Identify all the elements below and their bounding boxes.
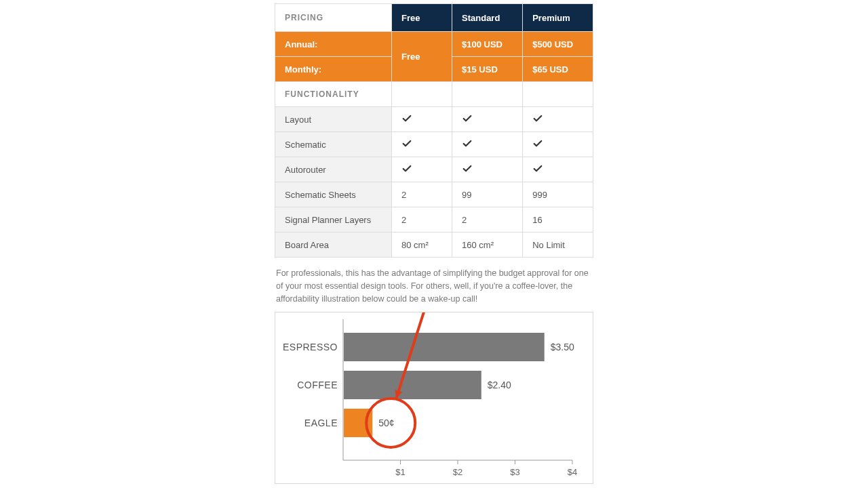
- svg-rect-13: [344, 371, 481, 399]
- check-icon: [401, 138, 412, 149]
- annual-standard: $100 USD: [452, 32, 523, 57]
- svg-text:COFFEE: COFFEE: [297, 380, 338, 390]
- annual-premium: $500 USD: [523, 32, 593, 57]
- feature-label: Schematic: [275, 132, 392, 157]
- svg-text:EAGLE: EAGLE: [304, 418, 338, 428]
- feature-label: Signal Planner Layers: [275, 207, 392, 232]
- pricing-header-label: PRICING: [275, 4, 392, 32]
- feature-standard: [452, 107, 523, 132]
- svg-text:ESPRESSO: ESPRESSO: [283, 342, 338, 352]
- svg-text:$3: $3: [510, 467, 519, 477]
- monthly-premium: $65 USD: [523, 57, 593, 82]
- feature-premium: 16: [523, 207, 593, 232]
- feature-free: 80 cm²: [392, 232, 452, 258]
- check-icon: [401, 163, 412, 174]
- check-icon: [532, 138, 543, 149]
- feature-premium: [523, 132, 593, 157]
- feature-standard: [452, 132, 523, 157]
- svg-text:$1: $1: [395, 467, 405, 477]
- check-icon: [532, 163, 543, 174]
- monthly-standard: $15 USD: [452, 57, 523, 82]
- feature-free: [392, 132, 452, 157]
- feature-free: [392, 157, 452, 182]
- feature-premium: [523, 157, 593, 182]
- svg-text:$2.40: $2.40: [488, 380, 511, 390]
- plan-free-header: Free: [392, 4, 452, 32]
- svg-text:$4: $4: [568, 467, 577, 477]
- feature-free: 2: [392, 182, 452, 207]
- annual-free: Free: [392, 32, 452, 82]
- feature-label: Autorouter: [275, 157, 392, 182]
- check-icon: [462, 163, 473, 174]
- feature-label: Board Area: [275, 232, 392, 258]
- monthly-label: Monthly:: [275, 57, 392, 82]
- feature-free: 2: [392, 207, 452, 232]
- feature-free: [392, 107, 452, 132]
- check-icon: [462, 113, 473, 124]
- feature-premium: 999: [523, 182, 593, 207]
- feature-premium: No Limit: [523, 232, 593, 258]
- plan-standard-header: Standard: [452, 4, 523, 32]
- check-icon: [401, 113, 412, 124]
- check-icon: [462, 138, 473, 149]
- functionality-section-label: FUNCTIONALITY: [275, 82, 392, 107]
- check-icon: [532, 113, 543, 124]
- plan-premium-header: Premium: [523, 4, 593, 32]
- feature-standard: 2: [452, 207, 523, 232]
- feature-standard: [452, 157, 523, 182]
- affordability-chart: $1$2$3$4ESPRESSO$3.50COFFEE$2.40EAGLE50¢: [275, 312, 593, 484]
- svg-rect-10: [344, 333, 545, 361]
- feature-premium: [523, 107, 593, 132]
- feature-standard: 99: [452, 182, 523, 207]
- feature-standard: 160 cm²: [452, 232, 523, 258]
- feature-label: Schematic Sheets: [275, 182, 392, 207]
- svg-text:$2: $2: [453, 467, 462, 477]
- svg-text:$3.50: $3.50: [551, 342, 574, 352]
- blurb-text: For professionals, this has the advantag…: [276, 267, 592, 305]
- annual-label: Annual:: [275, 32, 392, 57]
- feature-label: Layout: [275, 107, 392, 132]
- pricing-table: PRICING Free Standard Premium Annual: Fr…: [275, 3, 593, 258]
- svg-text:50¢: 50¢: [378, 418, 394, 428]
